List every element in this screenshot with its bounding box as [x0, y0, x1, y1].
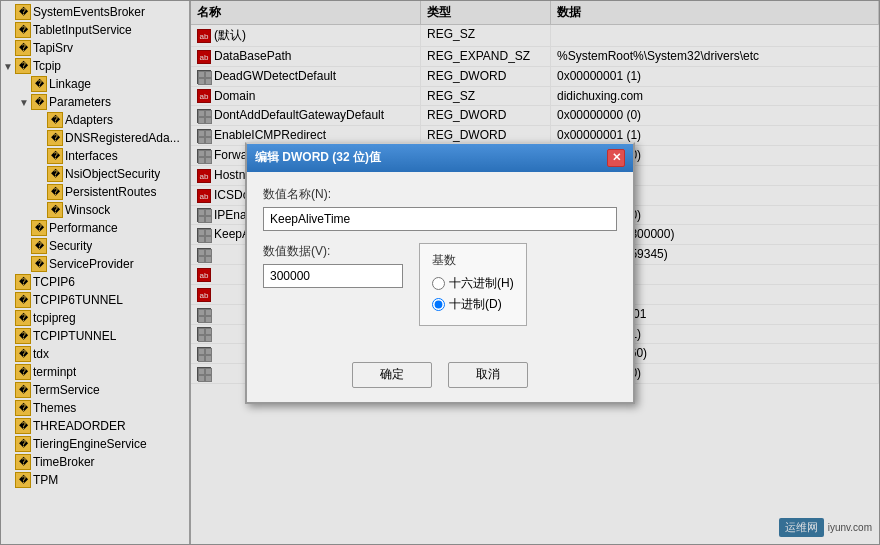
dec-radio-row: 十进制(D) [432, 296, 514, 313]
dialog-title: 编辑 DWORD (32 位)值 [255, 149, 381, 166]
name-label: 数值名称(N): [263, 186, 617, 203]
dec-label[interactable]: 十进制(D) [449, 296, 502, 313]
hex-radio[interactable] [432, 277, 445, 290]
ok-button[interactable]: 确定 [352, 362, 432, 388]
dec-radio[interactable] [432, 298, 445, 311]
base-group: 基数 十六进制(H) 十进制(D) [419, 243, 527, 326]
modal-overlay: 编辑 DWORD (32 位)值 ✕ 数值名称(N): 数值数据(V): 基数 … [0, 0, 880, 545]
data-input[interactable] [263, 264, 403, 288]
dialog-titlebar: 编辑 DWORD (32 位)值 ✕ [247, 144, 633, 172]
dialog-footer: 确定 取消 [247, 354, 633, 402]
base-label: 基数 [432, 252, 514, 269]
cancel-button[interactable]: 取消 [448, 362, 528, 388]
name-input[interactable] [263, 207, 617, 231]
dialog-close-button[interactable]: ✕ [607, 149, 625, 167]
dword-edit-dialog: 编辑 DWORD (32 位)值 ✕ 数值名称(N): 数值数据(V): 基数 … [245, 142, 635, 404]
dialog-body: 数值名称(N): 数值数据(V): 基数 十六进制(H) 十进制(D) [247, 172, 633, 354]
data-label: 数值数据(V): [263, 243, 403, 260]
hex-label[interactable]: 十六进制(H) [449, 275, 514, 292]
dialog-data-row: 数值数据(V): 基数 十六进制(H) 十进制(D) [263, 243, 617, 326]
data-section: 数值数据(V): [263, 243, 403, 288]
hex-radio-row: 十六进制(H) [432, 275, 514, 292]
